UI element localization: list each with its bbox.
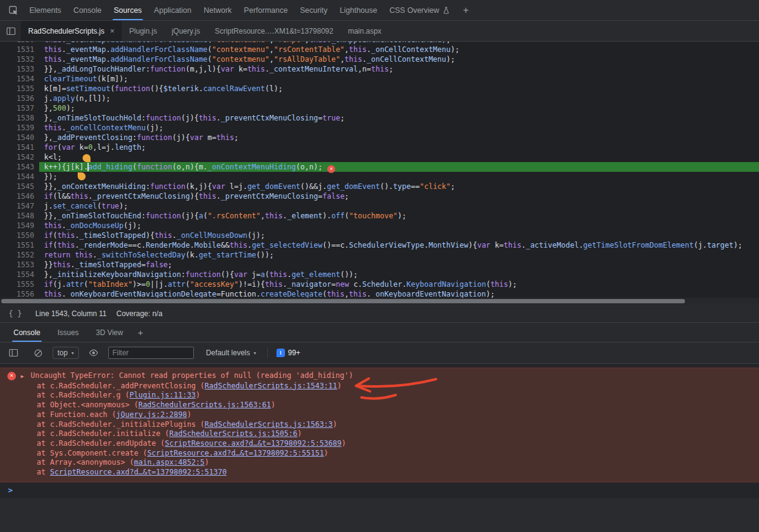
tab-console[interactable]: Console (67, 0, 108, 20)
tab-lighthouse[interactable]: Lighthouse (334, 0, 383, 20)
stack-frame: at Sys.Component.create (ScriptResource.… (0, 449, 759, 459)
code-text[interactable]: k++){j[k].add_hiding(function(o,n){m._on… (39, 162, 759, 172)
stack-frame-link[interactable]: ScriptResource.axd?d…&t=13798092:5:53689 (165, 439, 342, 448)
file-tab-jquery-js[interactable]: jQuery.js (165, 21, 207, 41)
line-number[interactable]: 1549 (0, 221, 39, 231)
code-text[interactable]: k<l; (39, 152, 759, 162)
line-number[interactable]: 1552 (0, 250, 39, 260)
line-number[interactable]: 1539 (0, 123, 39, 133)
live-expression-eye-icon[interactable] (84, 343, 103, 363)
line-number[interactable]: 1555 (0, 279, 39, 289)
add-drawer-tab-button[interactable]: + (131, 327, 149, 338)
line-number[interactable]: 1536 (0, 94, 39, 103)
scrollbar-thumb[interactable] (1, 299, 685, 303)
code-text[interactable]: }); (39, 172, 759, 182)
pretty-print-button[interactable]: { } (5, 308, 26, 319)
code-text[interactable]: j.set_cancel(true); (39, 201, 759, 211)
tab-performance[interactable]: Performance (238, 0, 294, 20)
issues-counter[interactable]: ! 99+ (276, 349, 300, 357)
line-number[interactable]: 1544 (0, 172, 39, 182)
tab-application[interactable]: Application (148, 0, 198, 20)
line-number[interactable]: 1551 (0, 240, 39, 250)
tab-sources[interactable]: Sources (108, 0, 148, 20)
line-number[interactable]: 1538 (0, 113, 39, 123)
line-number[interactable]: 1545 (0, 182, 39, 191)
stack-frame-link[interactable]: jQuery.js:2:2898 (116, 410, 187, 419)
line-number[interactable]: 1535 (0, 84, 39, 94)
code-text[interactable]: this._eventMap.addHandlerForClassName("c… (39, 45, 759, 54)
code-text[interactable]: },_onTimeSlotTouchHold:function(j){this.… (39, 113, 759, 123)
code-text[interactable]: this._eventMap.addHandlerForClassName("c… (39, 54, 759, 64)
code-text[interactable]: for(var k=0,l=j.length; (39, 142, 759, 152)
code-text[interactable]: this._onDocMouseUp(j); (39, 221, 759, 231)
console-prompt[interactable]: > (0, 482, 759, 498)
code-text[interactable]: },500); (39, 103, 759, 113)
line-number[interactable]: 1534 (0, 74, 39, 84)
line-number[interactable]: 1542 (0, 152, 39, 162)
line-number[interactable]: 1541 (0, 142, 39, 152)
context-selector[interactable]: top ▾ (53, 347, 79, 359)
code-text[interactable]: }}this._timeSlotTapped=false; (39, 260, 759, 270)
tab-security[interactable]: Security (294, 0, 333, 20)
issues-bubble-icon: ! (276, 349, 285, 357)
stack-frame-link[interactable]: RadSchedulerScripts.js:1505:6 (169, 429, 298, 438)
tab-css-overview[interactable]: CSS Overview (383, 0, 456, 20)
code-text[interactable]: if(j.attr("tabIndex")>=0||j.attr("access… (39, 279, 759, 289)
stack-frame-link[interactable]: ScriptResource.axd?d…&t=13798092:5:51370 (50, 468, 227, 476)
line-number[interactable]: 1550 (0, 231, 39, 240)
code-text[interactable]: },_initializeKeyboardNavigation:function… (39, 270, 759, 279)
selection-handle-bottom[interactable] (78, 172, 86, 180)
line-number[interactable]: 1553 (0, 260, 39, 270)
stack-frame-link[interactable]: Plugin.js:11:33 (130, 391, 196, 399)
code-text[interactable]: if(this._renderMode==c.RenderMode.Mobile… (39, 240, 759, 250)
line-number[interactable]: 1537 (0, 103, 39, 113)
stack-frame-link[interactable]: RadSchedulerScripts.js:1563:61 (138, 401, 271, 409)
clear-console-icon[interactable] (28, 343, 48, 363)
code-text[interactable]: j.apply(n,[l]); (39, 94, 759, 103)
tab-elements[interactable]: Elements (23, 0, 67, 20)
tab-network[interactable]: Network (198, 0, 238, 20)
code-text[interactable]: }},_onContextMenuHiding:function(k,j){va… (39, 182, 759, 191)
line-number[interactable]: 1548 (0, 211, 39, 221)
stack-frame-link[interactable]: RadSchedulerScripts.js:1563:3 (205, 420, 333, 429)
code-text[interactable]: if(this._timeSlotTapped){this._onCellMou… (39, 231, 759, 240)
file-tab-radschedulerscripts-js[interactable]: RadSchedulerScripts.js× (21, 21, 122, 41)
line-number[interactable]: 1531 (0, 45, 39, 54)
code-text[interactable]: }},_onTimeSlotTouchEnd:function(j){a(".r… (39, 211, 759, 221)
horizontal-scrollbar[interactable] (0, 298, 759, 305)
drawer-tab-3d-view[interactable]: 3D View (95, 323, 124, 342)
stack-frame-link[interactable]: ScriptResource.axd?d…&t=13798092:5:55151 (147, 449, 324, 457)
stack-frame-link[interactable]: RadSchedulerScripts.js:1543:11 (205, 382, 338, 390)
code-text[interactable]: if(l&&this._preventCtxMenuClosing){this.… (39, 191, 759, 201)
inspect-icon[interactable] (4, 1, 23, 20)
code-text[interactable]: k[m]=setTimeout(function(){$telerik.canc… (39, 84, 759, 94)
code-text[interactable]: this._onCellContextMenu(j); (39, 123, 759, 133)
code-text[interactable]: }},_addLongTouchHandler:function(m,j,l){… (39, 64, 759, 74)
line-number[interactable]: 1546 (0, 191, 39, 201)
log-levels-selector[interactable]: Default levels ▾ (204, 349, 259, 357)
code-text[interactable]: this._onKeyboardEventNavigationDelegate=… (39, 289, 759, 298)
line-number[interactable]: 1547 (0, 201, 39, 211)
file-tab-main-aspx[interactable]: main.aspx (341, 21, 389, 41)
file-tab-scriptresource-xm1-t-13798092[interactable]: ScriptResource.…XM1&t=13798092 (207, 21, 341, 41)
selection-handle-top[interactable] (83, 154, 91, 162)
code-text[interactable]: return this._switchToSelectedDay(k.get_s… (39, 250, 759, 260)
drawer-tab-issues[interactable]: Issues (56, 323, 80, 342)
code-text[interactable]: },_addPreventClosing:function(j){var m=t… (39, 133, 759, 142)
navigator-panel-icon[interactable] (1, 21, 21, 41)
line-number[interactable]: 1540 (0, 133, 39, 142)
more-tools-button[interactable]: + (456, 5, 476, 16)
line-number[interactable]: 1556 (0, 289, 39, 298)
line-number[interactable]: 1543 (0, 162, 39, 172)
line-number[interactable]: 1532 (0, 54, 39, 64)
stack-frame-link[interactable]: main.aspx:4852:5 (134, 458, 205, 467)
drawer-tab-console[interactable]: Console (12, 323, 42, 342)
close-icon[interactable]: × (110, 27, 115, 35)
expand-triangle-icon[interactable]: ▶ (21, 374, 24, 379)
console-sidebar-icon[interactable] (4, 343, 23, 363)
file-tab-plugin-js[interactable]: Plugin.js (122, 21, 164, 41)
code-text[interactable]: clearTimeout(k[m]); (39, 74, 759, 84)
console-filter-input[interactable] (108, 347, 194, 359)
line-number[interactable]: 1554 (0, 270, 39, 279)
line-number[interactable]: 1533 (0, 64, 39, 74)
